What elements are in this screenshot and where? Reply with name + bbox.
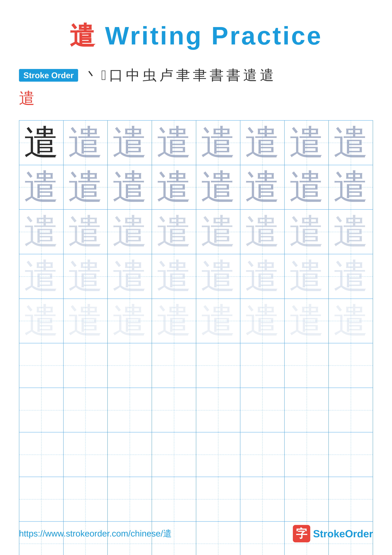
stroke-char-3: 口: [109, 66, 123, 85]
grid-cell[interactable]: [329, 388, 373, 432]
practice-char: 遣: [201, 214, 235, 249]
grid-cell[interactable]: [240, 477, 285, 521]
grid-cell[interactable]: [152, 388, 196, 432]
grid-cell[interactable]: 遣: [64, 299, 108, 343]
grid-cell[interactable]: [285, 477, 329, 521]
practice-char: 遣: [289, 259, 324, 294]
grid-cell[interactable]: 遣: [329, 165, 373, 210]
grid-row-9: [19, 477, 373, 522]
grid-cell[interactable]: [240, 343, 285, 388]
grid-cell[interactable]: 遣: [285, 210, 329, 254]
grid-cell[interactable]: 遣: [152, 254, 196, 299]
practice-char: 遣: [157, 214, 191, 249]
grid-cell[interactable]: 遣: [152, 165, 196, 210]
grid-row-7: [19, 388, 373, 432]
grid-cell[interactable]: 遣: [19, 210, 64, 254]
grid-cell[interactable]: 遣: [108, 254, 152, 299]
practice-char: 遣: [157, 259, 191, 294]
grid-cell[interactable]: [152, 477, 196, 521]
stroke-char-4: 中: [126, 66, 140, 85]
grid-cell[interactable]: 遣: [329, 121, 373, 165]
grid-cell[interactable]: [19, 388, 64, 432]
stroke-char-7: 聿: [176, 66, 190, 85]
grid-cell[interactable]: [240, 432, 285, 477]
grid-cell[interactable]: [108, 432, 152, 477]
footer-url[interactable]: https://www.strokeorder.com/chinese/遣: [19, 528, 172, 540]
grid-cell[interactable]: [329, 343, 373, 388]
grid-cell[interactable]: 遣: [108, 299, 152, 343]
grid-cell[interactable]: [64, 343, 108, 388]
grid-cell[interactable]: 遣: [196, 121, 241, 165]
grid-cell[interactable]: 遣: [240, 165, 285, 210]
footer-logo: 字 StrokeOrder: [293, 525, 373, 542]
grid-cell[interactable]: 遣: [152, 210, 196, 254]
grid-cell[interactable]: 遣: [196, 254, 241, 299]
grid-cell[interactable]: [196, 388, 241, 432]
grid-cell[interactable]: [64, 388, 108, 432]
practice-char: 遣: [24, 170, 59, 204]
grid-cell[interactable]: [329, 432, 373, 477]
practice-char: 遣: [245, 125, 280, 160]
grid-cell[interactable]: [152, 343, 196, 388]
grid-cell[interactable]: 遣: [64, 254, 108, 299]
grid-cell[interactable]: [108, 343, 152, 388]
footer: https://www.strokeorder.com/chinese/遣 字 …: [19, 525, 373, 542]
grid-cell[interactable]: 遣: [19, 121, 64, 165]
grid-cell[interactable]: 遣: [19, 165, 64, 210]
grid-cell[interactable]: 遣: [240, 210, 285, 254]
grid-cell[interactable]: [285, 388, 329, 432]
grid-cell[interactable]: [64, 477, 108, 521]
practice-char: 遣: [68, 214, 103, 249]
grid-cell[interactable]: [285, 432, 329, 477]
grid-cell[interactable]: 遣: [64, 210, 108, 254]
grid-cell[interactable]: 遣: [19, 254, 64, 299]
grid-cell[interactable]: 遣: [64, 121, 108, 165]
grid-cell[interactable]: [196, 343, 241, 388]
grid-cell[interactable]: 遣: [108, 210, 152, 254]
stroke-order-label: Stroke Order: [19, 69, 78, 82]
grid-cell[interactable]: 遣: [196, 210, 241, 254]
grid-cell[interactable]: 遣: [19, 299, 64, 343]
grid-cell[interactable]: [196, 477, 241, 521]
stroke-char-6: 卢: [159, 66, 173, 85]
grid-cell[interactable]: 遣: [329, 210, 373, 254]
grid-cell[interactable]: 遣: [240, 299, 285, 343]
grid-cell[interactable]: 遣: [196, 299, 241, 343]
grid-cell[interactable]: 遣: [240, 121, 285, 165]
grid-row-6: [19, 343, 373, 388]
grid-cell[interactable]: [240, 388, 285, 432]
grid-row-2: 遣 遣 遣 遣 遣 遣 遣 遣: [19, 165, 373, 210]
grid-cell[interactable]: 遣: [285, 299, 329, 343]
grid-cell[interactable]: [19, 343, 64, 388]
practice-char: 遣: [245, 259, 280, 294]
grid-cell[interactable]: [19, 477, 64, 521]
grid-cell[interactable]: 遣: [285, 254, 329, 299]
grid-cell[interactable]: 遣: [285, 165, 329, 210]
grid-cell[interactable]: 遣: [64, 165, 108, 210]
grid-cell[interactable]: [285, 343, 329, 388]
grid-cell[interactable]: 遣: [329, 299, 373, 343]
grid-cell[interactable]: 遣: [108, 121, 152, 165]
grid-cell[interactable]: [108, 388, 152, 432]
practice-char: 遣: [201, 303, 235, 338]
practice-char: 遣: [68, 170, 103, 204]
stroke-char-2: 𠃌: [101, 67, 106, 83]
grid-cell[interactable]: 遣: [329, 254, 373, 299]
grid-cell[interactable]: 遣: [285, 121, 329, 165]
grid-cell[interactable]: [196, 432, 241, 477]
grid-cell[interactable]: [108, 477, 152, 521]
grid-cell[interactable]: 遣: [196, 165, 241, 210]
grid-cell[interactable]: [329, 477, 373, 521]
practice-char: 遣: [157, 170, 191, 204]
grid-cell[interactable]: 遣: [240, 254, 285, 299]
grid-cell[interactable]: [64, 432, 108, 477]
grid-cell[interactable]: 遣: [108, 165, 152, 210]
stroke-char-11: 遣: [243, 66, 257, 85]
grid-cell[interactable]: [19, 432, 64, 477]
practice-char: 遣: [333, 125, 368, 160]
grid-cell[interactable]: 遣: [152, 121, 196, 165]
practice-char: 遣: [201, 259, 235, 294]
grid-cell[interactable]: 遣: [152, 299, 196, 343]
grid-cell[interactable]: [152, 432, 196, 477]
practice-char: 遣: [112, 170, 147, 204]
